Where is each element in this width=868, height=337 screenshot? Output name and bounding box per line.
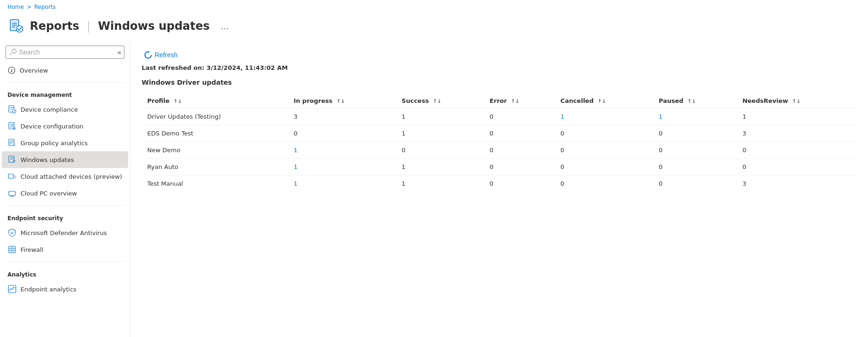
col-header-cancelled[interactable]: Cancelled ↑↓ [555, 94, 653, 108]
page-header: Reports | Windows updates ... [0, 14, 868, 42]
table-row: Test Manual110003 [142, 175, 857, 192]
info-icon: i [7, 66, 16, 74]
table-cell[interactable]: 1 [288, 175, 396, 192]
firewall-icon [7, 245, 17, 254]
sidebar: « i Overview Device management [0, 42, 130, 337]
collapse-button[interactable]: « [117, 48, 122, 57]
windows-updates-icon [7, 155, 17, 164]
table-cell: 3 [737, 125, 857, 142]
device-compliance-icon [7, 105, 17, 114]
sidebar-item-group-policy-analytics[interactable]: Group policy analytics [2, 135, 128, 151]
table-cell: 0 [484, 175, 555, 192]
main-content: Refresh Last refreshed on: 3/12/2024, 11… [130, 42, 868, 337]
table-cell[interactable]: 1 [653, 108, 737, 125]
table-row: Ryan Auto110000 [142, 159, 857, 175]
sort-icon-success: ↑↓ [433, 98, 441, 104]
svg-rect-18 [9, 246, 15, 253]
page-title-divider: | [87, 20, 90, 33]
sidebar-item-label-firewall: Firewall [21, 246, 43, 253]
more-button[interactable]: ... [217, 20, 232, 33]
col-header-error[interactable]: Error ↑↓ [484, 94, 555, 108]
sidebar-divider-3 [6, 262, 124, 262]
table-cell: New Demo [142, 142, 288, 159]
sidebar-item-label-cloud-attached: Cloud attached devices (preview) [21, 173, 122, 180]
table-cell: 0 [555, 159, 653, 175]
section-label-analytics: Analytics [0, 266, 130, 281]
col-header-needs-review[interactable]: NeedsReview ↑↓ [737, 94, 857, 108]
table-cell: 1 [737, 108, 857, 125]
svg-rect-17 [9, 191, 15, 195]
page-icon [7, 18, 24, 34]
sidebar-item-microsoft-defender[interactable]: Microsoft Defender Antivirus [2, 224, 128, 241]
refresh-button[interactable]: Refresh [142, 49, 180, 61]
sidebar-item-device-configuration[interactable]: Device configuration [2, 118, 128, 135]
table-cell: 0 [484, 142, 555, 159]
table-cell: 0 [484, 125, 555, 142]
group-policy-analytics-icon [7, 138, 17, 148]
sort-icon-profile: ↑↓ [173, 98, 182, 104]
col-header-profile[interactable]: Profile ↑↓ [142, 94, 288, 108]
sort-icon-cancelled: ↑↓ [598, 98, 606, 104]
table-cell: 0 [555, 125, 653, 142]
svg-point-10 [13, 110, 16, 114]
table-cell[interactable]: 0 [653, 142, 737, 159]
table-cell: 0 [288, 125, 396, 142]
table-cell: 1 [396, 175, 484, 192]
svg-text:i: i [11, 68, 12, 73]
cloud-attached-icon [7, 172, 17, 181]
refresh-icon [144, 51, 152, 59]
page-title: Reports [30, 20, 79, 33]
sidebar-divider-2 [6, 205, 124, 206]
svg-rect-16 [8, 174, 14, 178]
sidebar-item-windows-updates[interactable]: Windows updates [2, 151, 128, 168]
section-title: Windows Driver updates [142, 79, 857, 86]
table-cell: 0 [396, 142, 484, 159]
search-wrapper[interactable] [6, 46, 124, 59]
table-cell[interactable]: 1 [288, 159, 396, 175]
sidebar-item-label-group-policy: Group policy analytics [21, 140, 88, 147]
breadcrumb-home[interactable]: Home [7, 4, 24, 10]
section-label-device-management: Device management [0, 86, 130, 101]
table-cell[interactable]: 1 [555, 108, 653, 125]
endpoint-analytics-icon [7, 284, 17, 294]
sidebar-item-device-compliance[interactable]: Device compliance [2, 101, 128, 118]
col-header-success[interactable]: Success ↑↓ [396, 94, 484, 108]
search-icon [10, 49, 16, 55]
table-cell: 0 [484, 159, 555, 175]
sidebar-item-endpoint-analytics[interactable]: Endpoint analytics [2, 281, 128, 297]
sidebar-item-cloud-pc-overview[interactable]: Cloud PC overview [2, 185, 128, 202]
sidebar-item-overview[interactable]: i Overview [2, 62, 128, 78]
refresh-label: Refresh [155, 51, 178, 59]
sidebar-item-label-device-configuration: Device configuration [21, 123, 83, 130]
search-input[interactable] [19, 48, 120, 56]
cloud-pc-icon [7, 189, 17, 198]
sidebar-item-label-cloud-pc: Cloud PC overview [21, 190, 77, 197]
breadcrumb: Home > Reports [0, 0, 868, 14]
sort-icon-in-progress: ↑↓ [336, 98, 345, 104]
table-cell: 3 [737, 175, 857, 192]
table-cell: EDS Demo Test [142, 125, 288, 142]
table-row: Driver Updates (Testing)310111 [142, 108, 857, 125]
table-cell[interactable]: 0 [555, 142, 653, 159]
sidebar-item-label-windows-updates: Windows updates [21, 156, 74, 163]
table-cell: Driver Updates (Testing) [142, 108, 288, 125]
sidebar-item-firewall[interactable]: Firewall [2, 241, 128, 258]
table-cell: 0 [737, 142, 857, 159]
col-header-paused[interactable]: Paused ↑↓ [653, 94, 737, 108]
table-cell: 0 [555, 175, 653, 192]
sidebar-item-cloud-attached-devices[interactable]: Cloud attached devices (preview) [2, 168, 128, 185]
table-cell: Test Manual [142, 175, 288, 192]
table-cell: 0 [484, 108, 555, 125]
table-cell: Ryan Auto [142, 159, 288, 175]
breadcrumb-separator: > [27, 4, 31, 10]
table-cell[interactable]: 0 [653, 175, 737, 192]
breadcrumb-current[interactable]: Reports [34, 4, 56, 10]
table-cell[interactable]: 0 [653, 159, 737, 175]
table-cell[interactable]: 1 [288, 142, 396, 159]
last-refreshed-text: Last refreshed on: 3/12/2024, 11:43:02 A… [142, 64, 857, 71]
search-container: « [0, 42, 130, 62]
sidebar-divider-1 [6, 82, 124, 82]
sort-icon-error: ↑↓ [511, 98, 519, 104]
device-configuration-icon [7, 121, 17, 131]
col-header-in-progress[interactable]: In progress ↑↓ [288, 94, 396, 108]
